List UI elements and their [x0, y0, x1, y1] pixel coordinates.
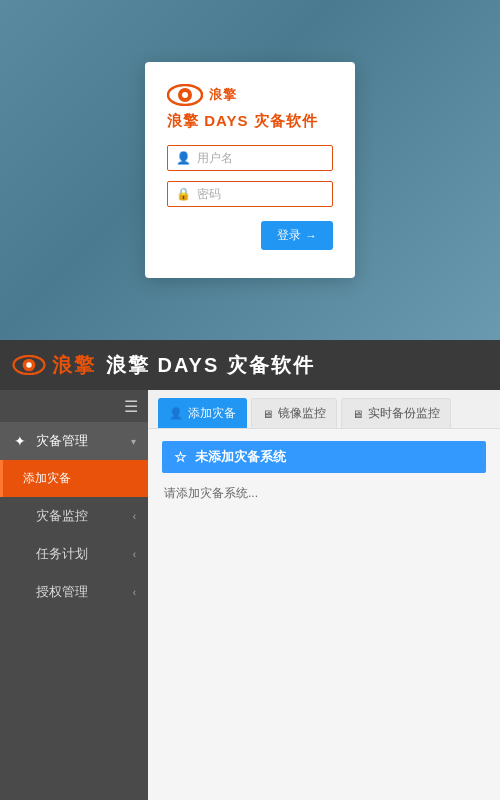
- username-input[interactable]: [197, 151, 324, 165]
- app-header: 浪擎 浪擎 DAYS 灾备软件: [0, 340, 500, 390]
- chevron-right-icon-2: ‹: [133, 549, 136, 560]
- sidebar-label-add-disaster: 添加灾备: [23, 470, 136, 487]
- realtime-backup-tab-icon: 🖥: [352, 408, 363, 420]
- app-section: 浪擎 浪擎 DAYS 灾备软件 ☰ ✦ 灾备管理 ▾ 添加灾备 灾备监控 ‹: [0, 340, 500, 800]
- tab-mirror-monitor[interactable]: 🖥 镜像监控: [251, 398, 337, 428]
- login-logo-row: 浪擎: [167, 84, 333, 106]
- star-icon: ☆: [174, 449, 187, 465]
- logo-icon: [167, 84, 203, 106]
- sidebar-label-task-plan: 任务计划: [36, 545, 125, 563]
- sidebar-item-access-mgmt[interactable]: 授权管理 ‹: [0, 573, 148, 611]
- login-btn-label: 登录: [277, 227, 301, 244]
- login-title: 浪擎 DAYS 灾备软件: [167, 112, 333, 131]
- header-logo-icon: [12, 355, 46, 375]
- content-hint: 请添加灾备系统...: [162, 481, 486, 506]
- tab-realtime-backup-label: 实时备份监控: [368, 405, 440, 422]
- tab-mirror-monitor-label: 镜像监控: [278, 405, 326, 422]
- chevron-right-icon-1: ‹: [133, 511, 136, 522]
- login-button[interactable]: 登录 →: [261, 221, 333, 250]
- disaster-mgmt-icon: ✦: [12, 433, 28, 449]
- svg-point-2: [182, 92, 188, 98]
- sidebar: ☰ ✦ 灾备管理 ▾ 添加灾备 灾备监控 ‹ 任务计划 ‹: [0, 390, 148, 800]
- content-tabs: 👤 添加灾备 🖥 镜像监控 🖥 实时备份监控: [148, 390, 500, 429]
- login-btn-row: 登录 →: [167, 221, 333, 250]
- login-brand-text: 浪擎: [209, 86, 237, 104]
- add-disaster-tab-icon: 👤: [169, 407, 183, 420]
- login-section: 浪擎 浪擎 DAYS 灾备软件 👤 🔒 登录 →: [0, 0, 500, 340]
- arrow-icon: →: [305, 229, 317, 243]
- tab-realtime-backup[interactable]: 🖥 实时备份监控: [341, 398, 451, 428]
- chevron-right-icon-3: ‹: [133, 587, 136, 598]
- sidebar-item-task-plan[interactable]: 任务计划 ‹: [0, 535, 148, 573]
- password-input[interactable]: [197, 187, 324, 201]
- sidebar-label-disaster-monitor: 灾备监控: [36, 507, 125, 525]
- main-content: 👤 添加灾备 🖥 镜像监控 🖥 实时备份监控 ☆ 未添加灾备系统 请: [148, 390, 500, 800]
- section-title: 未添加灾备系统: [195, 448, 286, 466]
- tab-add-disaster-label: 添加灾备: [188, 405, 236, 422]
- password-field[interactable]: 🔒: [167, 181, 333, 207]
- header-title: 浪擎 DAYS 灾备软件: [106, 352, 315, 379]
- sidebar-label-disaster-mgmt: 灾备管理: [36, 432, 123, 450]
- sidebar-item-add-disaster[interactable]: 添加灾备: [0, 460, 148, 497]
- user-icon: 👤: [176, 151, 191, 165]
- tab-add-disaster[interactable]: 👤 添加灾备: [158, 398, 247, 428]
- app-body: ☰ ✦ 灾备管理 ▾ 添加灾备 灾备监控 ‹ 任务计划 ‹: [0, 390, 500, 800]
- sidebar-label-access-mgmt: 授权管理: [36, 583, 125, 601]
- login-card: 浪擎 浪擎 DAYS 灾备软件 👤 🔒 登录 →: [145, 62, 355, 278]
- chevron-down-icon: ▾: [131, 436, 136, 447]
- username-field[interactable]: 👤: [167, 145, 333, 171]
- section-title-bar: ☆ 未添加灾备系统: [162, 441, 486, 473]
- mirror-monitor-tab-icon: 🖥: [262, 408, 273, 420]
- header-brand-text: 浪擎: [52, 352, 96, 379]
- header-logo: 浪擎: [12, 352, 96, 379]
- content-area: ☆ 未添加灾备系统 请添加灾备系统...: [148, 429, 500, 800]
- lock-icon: 🔒: [176, 187, 191, 201]
- sidebar-item-disaster-monitor[interactable]: 灾备监控 ‹: [0, 497, 148, 535]
- svg-point-5: [26, 362, 31, 367]
- menu-toggle-button[interactable]: ☰: [0, 390, 148, 422]
- sidebar-item-disaster-mgmt[interactable]: ✦ 灾备管理 ▾: [0, 422, 148, 460]
